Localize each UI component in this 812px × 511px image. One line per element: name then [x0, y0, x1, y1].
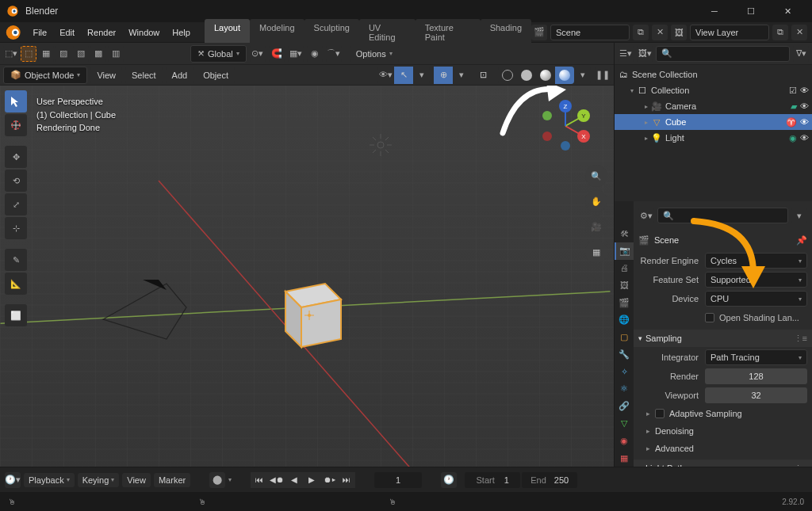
pivot-select[interactable]: ⊙▾ — [250, 46, 266, 62]
xray-toggle[interactable]: ⊡ — [473, 67, 492, 84]
jump-start-button[interactable]: ⏮ — [251, 472, 268, 488]
prop-tab-scene[interactable]: 🎬 — [615, 294, 634, 311]
snap-select[interactable]: ▦▾ — [288, 46, 304, 62]
zoom-button[interactable]: 🔍 — [585, 165, 607, 187]
select-subtract-icon[interactable]: ▥ — [108, 46, 124, 62]
camera-object[interactable] — [95, 276, 198, 347]
minimize-button[interactable]: ─ — [696, 0, 733, 22]
3d-viewport[interactable]: ✥ ⟲ ⤢ ⊹ ✎ 📐 ⬜ User Perspective (1) Colle… — [0, 86, 614, 467]
eye-icon[interactable]: 👁 — [800, 101, 809, 111]
adaptive-sampling-subpanel[interactable]: Adaptive Sampling — [638, 406, 807, 421]
gizmo-toggle[interactable]: ↖ — [394, 67, 413, 84]
viewlayer-new-icon[interactable]: ⧉ — [772, 25, 788, 40]
timeline-view-menu[interactable]: View — [122, 473, 151, 487]
maximize-button[interactable]: ☐ — [733, 0, 769, 22]
start-frame-field[interactable]: Start1 — [465, 472, 520, 488]
scene-new-icon[interactable]: ⧉ — [633, 25, 649, 40]
playback-menu[interactable]: Playback▾ — [24, 473, 75, 487]
overlay-select[interactable]: ▾ — [454, 67, 469, 83]
measure-tool[interactable]: 📐 — [5, 273, 27, 295]
osl-checkbox[interactable] — [705, 313, 714, 322]
prop-tab-render[interactable]: 📷 — [615, 242, 634, 260]
keyframe-prev-button[interactable]: ◀⏺ — [268, 472, 285, 488]
object-mode-select[interactable]: 📦 Object Mode ▾ — [3, 67, 87, 84]
scale-tool[interactable]: ⤢ — [5, 193, 27, 215]
options-button[interactable]: Options▾ — [350, 46, 399, 62]
outliner-search-input[interactable] — [676, 49, 784, 59]
select-tool[interactable] — [5, 90, 27, 112]
camera-view-button[interactable]: 🎥 — [585, 215, 607, 238]
shading-options[interactable]: ▾ — [575, 67, 591, 83]
tab-uvediting[interactable]: UV Editing — [359, 19, 416, 46]
jump-end-button[interactable]: ⏭ — [338, 472, 355, 488]
add-menu[interactable]: Add — [166, 67, 194, 83]
render-engine-select[interactable]: Cycles▾ — [705, 253, 807, 269]
cube-object[interactable] — [270, 268, 349, 355]
rotate-tool[interactable]: ⟲ — [5, 170, 27, 192]
sampling-panel-header[interactable]: Sampling⋮≡ — [634, 330, 812, 347]
marker-menu[interactable]: Marker — [154, 473, 190, 487]
viewlayer-delete-icon[interactable]: ✕ — [791, 25, 807, 40]
prop-tab-physics[interactable]: ⚛ — [615, 380, 634, 398]
timeline-editor-type-icon[interactable]: 🕐▾ — [5, 472, 21, 488]
light-paths-panel-header[interactable]: Light Paths⋮≡ — [634, 460, 812, 467]
shading-solid[interactable] — [517, 67, 536, 84]
viewlayer-browse-icon[interactable]: 🖼 — [671, 25, 687, 40]
transform-tool[interactable]: ⊹ — [5, 217, 27, 239]
outliner-editor-type-icon[interactable]: ☰▾ — [618, 46, 634, 62]
add-cube-tool[interactable]: ⬜ — [5, 304, 27, 326]
cursor-tool[interactable] — [5, 114, 27, 136]
tree-cube[interactable]: ▸ ▽ Cube ♈👁 — [615, 114, 812, 130]
tab-texturepaint[interactable]: Texture Paint — [416, 19, 481, 46]
advanced-subpanel[interactable]: Advanced — [638, 440, 807, 456]
prop-tab-tool[interactable]: 🛠 — [615, 225, 634, 242]
play-button[interactable]: ▶ — [303, 472, 320, 488]
scene-name-input[interactable] — [550, 25, 630, 40]
select-invert-icon[interactable]: ▨ — [56, 46, 71, 62]
menu-file[interactable]: File — [26, 25, 53, 40]
prop-tab-modifier[interactable]: 🔧 — [615, 345, 634, 363]
scene-delete-icon[interactable]: ✕ — [652, 25, 668, 40]
prop-tab-viewlayer[interactable]: 🖼 — [615, 276, 634, 294]
keying-menu[interactable]: Keying▾ — [78, 473, 120, 487]
select-intersect-icon[interactable]: ▩ — [90, 46, 106, 62]
menu-window[interactable]: Window — [122, 25, 166, 40]
viewlayer-name-input[interactable] — [690, 25, 769, 40]
preview-range-toggle[interactable]: 🕐 — [441, 472, 457, 488]
proportional-select[interactable]: ⌒▾ — [326, 46, 342, 62]
outliner-display-mode-icon[interactable]: 🖼▾ — [637, 46, 653, 62]
denoising-subpanel[interactable]: Denoising — [638, 423, 807, 439]
move-tool[interactable]: ✥ — [5, 146, 27, 168]
pause-icon[interactable]: ❚❚ — [595, 67, 611, 83]
viewport-samples-field[interactable]: 32 — [705, 387, 807, 403]
select-all-icon[interactable]: ▦ — [38, 46, 54, 62]
navigation-gizmo[interactable]: X Y Z — [538, 98, 593, 154]
scene-browse-icon[interactable]: 🎬 — [531, 25, 547, 40]
tab-layout[interactable]: Layout — [205, 19, 250, 46]
prop-tab-material[interactable]: ◉ — [615, 432, 634, 449]
render-samples-field[interactable]: 128 — [705, 368, 807, 384]
close-button[interactable]: ✕ — [769, 0, 806, 22]
eye-icon[interactable]: 👁 — [800, 117, 809, 127]
tab-shading[interactable]: Shading — [481, 19, 531, 46]
prop-tab-data[interactable]: ▽ — [615, 415, 634, 433]
editor-type-icon[interactable]: ⬚▾ — [3, 46, 19, 62]
view-menu[interactable]: View — [90, 67, 122, 83]
filter-icon[interactable]: ∇▾ — [793, 46, 809, 62]
select-none-icon[interactable]: ▧ — [73, 46, 89, 62]
proportional-toggle[interactable]: ◉ — [307, 46, 323, 62]
annotate-tool[interactable]: ✎ — [5, 249, 27, 271]
gizmo-select[interactable]: ▾ — [414, 67, 430, 83]
select-box-icon[interactable]: ⬚ — [21, 46, 36, 62]
feature-set-select[interactable]: Supported▾ — [705, 272, 807, 288]
play-reverse-button[interactable]: ◀ — [285, 472, 303, 488]
menu-render[interactable]: Render — [81, 25, 122, 40]
tab-modeling[interactable]: Modeling — [250, 19, 304, 46]
object-menu[interactable]: Object — [197, 67, 235, 83]
tree-camera[interactable]: ▸ 🎥 Camera ▰👁 — [615, 98, 812, 114]
props-editor-type-icon[interactable]: ⚙▾ — [638, 208, 654, 223]
pan-button[interactable]: ✋ — [585, 190, 607, 212]
prop-tab-texture[interactable]: ▦ — [615, 449, 634, 467]
perspective-button[interactable]: ▦ — [585, 241, 607, 263]
current-frame-field[interactable]: 1 — [374, 472, 422, 488]
